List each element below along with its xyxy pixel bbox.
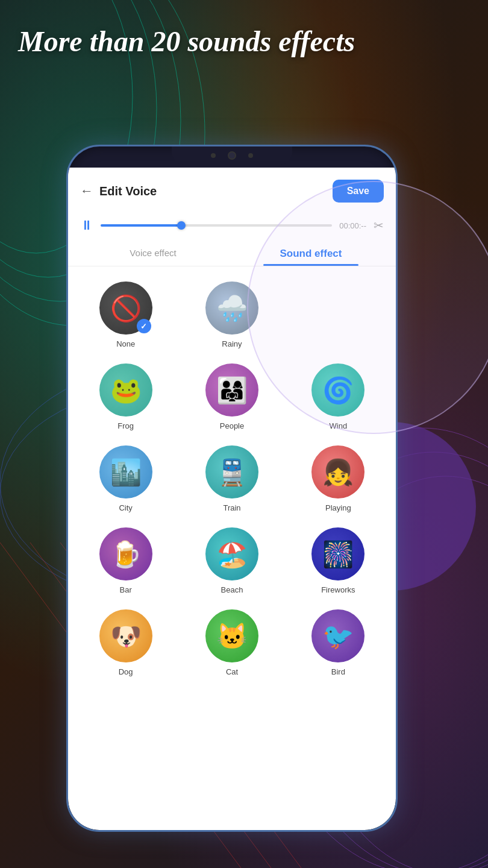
- sound-icon-beach-wrap: 🏖️: [205, 527, 258, 580]
- sound-grid: 🚫 ✓ None 🌧️ Rainy 🐸 Frog: [68, 266, 396, 691]
- sound-label-people: People: [220, 421, 244, 430]
- sound-icon-city: 🏙️: [99, 445, 152, 498]
- sound-icon-beach: 🏖️: [205, 527, 258, 580]
- sound-icon-train-wrap: 🚆: [205, 445, 258, 498]
- sound-label-rainy: Rainy: [222, 339, 242, 348]
- sound-icon-bird: 🐦: [311, 609, 364, 662]
- sound-label-wind: Wind: [330, 421, 348, 430]
- sound-icon-people: 👨‍👩‍👧: [205, 363, 258, 417]
- sound-label-beach: Beach: [221, 585, 243, 594]
- sound-icon-city-wrap: 🏙️: [99, 445, 152, 498]
- tab-voice-effect[interactable]: Voice effect: [74, 239, 232, 266]
- progress-thumb: [177, 221, 186, 230]
- sound-label-train: Train: [223, 503, 240, 512]
- sound-icon-dog-wrap: 🐶: [99, 609, 152, 662]
- sound-label-bar: Bar: [120, 585, 132, 594]
- sound-label-none: None: [116, 339, 135, 348]
- back-button[interactable]: ←: [80, 183, 93, 199]
- audio-bar: ⏸ 00:00:-- ✂: [68, 212, 396, 239]
- app-header: ← Edit Voice Save: [68, 168, 396, 212]
- sound-item-frog[interactable]: 🐸 Frog: [74, 357, 177, 436]
- progress-track[interactable]: [101, 224, 332, 227]
- sound-item-bar[interactable]: 🍺 Bar: [74, 521, 177, 600]
- save-button[interactable]: Save: [333, 180, 384, 203]
- sound-item-rainy[interactable]: 🌧️ Rainy: [180, 275, 283, 354]
- sound-icon-playing-wrap: 👧: [311, 445, 364, 498]
- sound-label-frog: Frog: [117, 421, 134, 430]
- sound-icon-bar: 🍺: [99, 527, 152, 580]
- page-title: Edit Voice: [99, 184, 157, 198]
- sound-icon-bar-wrap: 🍺: [99, 527, 152, 580]
- sound-label-cat: Cat: [226, 667, 238, 676]
- header-left: ← Edit Voice: [80, 183, 157, 199]
- sound-icon-people-wrap: 👨‍👩‍👧: [205, 363, 258, 417]
- notch-camera: [228, 151, 236, 160]
- notch-dot-1: [211, 153, 216, 158]
- sound-item-train[interactable]: 🚆 Train: [180, 439, 283, 518]
- sound-item-playing[interactable]: 👧 Playing: [287, 439, 390, 518]
- pause-icon[interactable]: ⏸: [80, 218, 93, 233]
- sound-icon-rainy: 🌧️: [205, 281, 258, 335]
- sound-label-fireworks: Fireworks: [321, 585, 355, 594]
- tab-bar: Voice effect Sound effect: [68, 239, 396, 266]
- sound-item-city[interactable]: 🏙️ City: [74, 439, 177, 518]
- sound-item-beach[interactable]: 🏖️ Beach: [180, 521, 283, 600]
- sound-icon-fireworks-wrap: 🎆: [311, 527, 364, 580]
- sound-icon-wind-wrap: 🌀: [311, 363, 364, 417]
- phone-notch: [172, 146, 292, 165]
- sound-item-dog[interactable]: 🐶 Dog: [74, 603, 177, 682]
- sound-icon-bird-wrap: 🐦: [311, 609, 364, 662]
- sound-icon-frog-wrap: 🐸: [99, 363, 152, 417]
- sound-item-none[interactable]: 🚫 ✓ None: [74, 275, 177, 354]
- sound-label-dog: Dog: [119, 667, 133, 676]
- headline: More than 20 sounds effects: [18, 24, 470, 59]
- sound-icon-wind: 🌀: [311, 363, 364, 417]
- sound-item-bird[interactable]: 🐦 Bird: [287, 603, 390, 682]
- notch-dot-2: [248, 153, 253, 158]
- sound-item-wind[interactable]: 🌀 Wind: [287, 357, 390, 436]
- scissors-icon[interactable]: ✂: [374, 218, 384, 233]
- sound-icon-none-wrap: 🚫 ✓: [99, 281, 152, 335]
- time-display: 00:00:--: [339, 221, 366, 230]
- sound-item-placeholder-1: [287, 275, 390, 354]
- progress-fill: [101, 224, 181, 227]
- sound-check-none: ✓: [137, 319, 151, 333]
- sound-item-cat[interactable]: 🐱 Cat: [180, 603, 283, 682]
- sound-icon-fireworks: 🎆: [311, 527, 364, 580]
- sound-icon-rainy-wrap: 🌧️: [205, 281, 258, 335]
- sound-icon-cat-wrap: 🐱: [205, 609, 258, 662]
- sound-icon-train: 🚆: [205, 445, 258, 498]
- sound-icon-frog: 🐸: [99, 363, 152, 417]
- phone-screen: ← Edit Voice Save ⏸ 00:00:-- ✂ Voice eff…: [68, 168, 396, 830]
- sound-label-playing: Playing: [325, 503, 351, 512]
- phone-frame: ← Edit Voice Save ⏸ 00:00:-- ✂ Voice eff…: [66, 145, 398, 832]
- sound-item-people[interactable]: 👨‍👩‍👧 People: [180, 357, 283, 436]
- sound-icon-playing: 👧: [311, 445, 364, 498]
- sound-item-fireworks[interactable]: 🎆 Fireworks: [287, 521, 390, 600]
- sound-icon-cat: 🐱: [205, 609, 258, 662]
- sound-label-bird: Bird: [331, 667, 345, 676]
- tab-sound-effect[interactable]: Sound effect: [232, 239, 390, 266]
- sound-label-city: City: [119, 503, 132, 512]
- sound-icon-dog: 🐶: [99, 609, 152, 662]
